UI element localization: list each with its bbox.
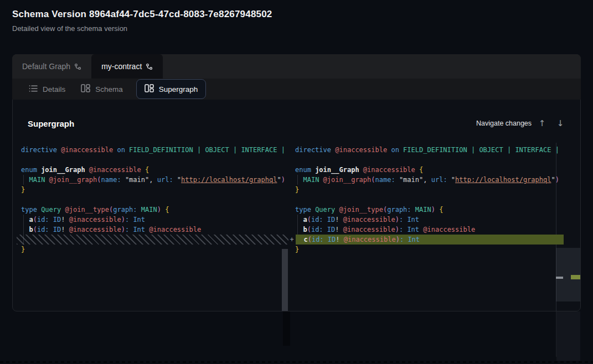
tab-default-graph-label: Default Graph <box>22 62 70 71</box>
code-line <box>291 155 564 165</box>
overview-added-mark <box>571 275 580 279</box>
lower-section-overview-ruler <box>556 311 580 361</box>
code-line: } <box>12 245 288 254</box>
code-line: enum join__Graph @inaccessible { <box>291 165 564 175</box>
page-title: Schema Version 8964af44-7dc5-47cd-8083-7… <box>12 9 272 20</box>
tab-supergraph-label: Supergraph <box>159 85 198 93</box>
tab-details[interactable]: Details <box>21 79 73 99</box>
tab-my-contract-label: my-contract <box>101 62 142 71</box>
code-line <box>12 155 288 165</box>
lower-section-pane-separator <box>283 311 290 346</box>
added-code-line: c(id: ID! @inaccessible): Int <box>296 235 564 245</box>
view-tab-bar: Details Schema Supergraph <box>12 79 581 100</box>
navigate-changes-label: Navigate changes <box>476 119 532 127</box>
tab-supergraph[interactable]: Supergraph <box>136 79 207 99</box>
code-line: MAIN @join__graph(name: "main", url: "ht… <box>12 175 288 185</box>
lower-section-dashed-border <box>0 361 593 363</box>
code-line: } <box>291 185 564 195</box>
code-line: } <box>291 245 564 254</box>
code-line <box>291 195 564 205</box>
code-line: directive @inaccessible on FIELD_DEFINIT… <box>291 145 564 155</box>
insert-change-icon: + <box>288 235 296 245</box>
tab-schema-label: Schema <box>95 85 123 93</box>
code-line: b(id: ID! @inaccessible): Int @inaccessi… <box>12 225 288 235</box>
diff-left-pane[interactable]: directive @inaccessible on FIELD_DEFINIT… <box>12 145 288 254</box>
variant-tab-bar: Default Graph my-contract <box>12 54 581 79</box>
next-change-button[interactable]: ↓ <box>554 117 566 129</box>
schema-version-page: Schema Version 8964af44-7dc5-47cd-8083-7… <box>0 0 593 364</box>
panel-title: Supergraph <box>28 119 74 128</box>
code-line: b(id: ID! @inaccessible): Int @inaccessi… <box>291 225 564 235</box>
diff-right-pane[interactable]: directive @inaccessible on FIELD_DEFINIT… <box>291 145 564 254</box>
tab-my-contract[interactable]: my-contract <box>91 54 163 79</box>
split-panels-icon <box>81 84 90 94</box>
code-line: directive @inaccessible on FIELD_DEFINIT… <box>12 145 288 155</box>
previous-change-button[interactable]: ↑ <box>536 117 548 129</box>
list-icon <box>29 85 38 94</box>
code-line: } <box>12 185 288 195</box>
fork-icon <box>74 63 81 70</box>
tab-schema[interactable]: Schema <box>73 79 131 99</box>
code-line: type Query @join__type(graph: MAIN) { <box>12 205 288 215</box>
code-line: type Query @join__type(graph: MAIN) { <box>291 205 564 215</box>
code-line: enum join__Graph @inaccessible { <box>12 165 288 175</box>
fork-icon <box>146 63 153 70</box>
code-line <box>12 195 288 205</box>
tab-details-label: Details <box>43 85 65 93</box>
code-line: MAIN @join__graph(name: "main", url: "ht… <box>291 175 564 185</box>
left-pane-scrollbar[interactable] <box>282 249 288 311</box>
diff-placeholder-row <box>17 235 288 245</box>
page-subtitle: Detailed view of the schema version <box>12 24 127 33</box>
code-line: a(id: ID! @inaccessible): Int <box>291 215 564 225</box>
code-line: a(id: ID! @inaccessible): Int <box>12 215 288 225</box>
tab-default-graph[interactable]: Default Graph <box>12 54 91 79</box>
overview-cursor-mark <box>556 277 563 279</box>
split-panels-icon <box>145 84 154 94</box>
